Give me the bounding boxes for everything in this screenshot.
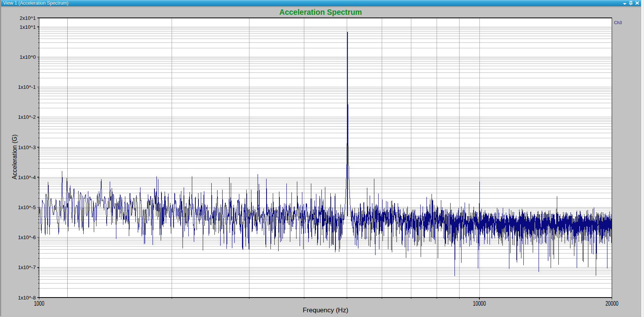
svg-text:Acceleration (G): Acceleration (G) (11, 134, 18, 180)
svg-text:10000: 10000 (473, 300, 486, 307)
svg-text:1000: 1000 (34, 300, 44, 307)
svg-text:1x10^-7: 1x10^-7 (18, 264, 36, 270)
svg-text:1x10^-6: 1x10^-6 (18, 234, 36, 240)
svg-text:Acceleration Spectrum: Acceleration Spectrum (279, 8, 362, 16)
svg-text:20000: 20000 (605, 300, 618, 307)
svg-text:1x10^-8: 1x10^-8 (18, 295, 36, 301)
svg-text:1x10^1: 1x10^1 (19, 24, 36, 30)
svg-text:Ch3: Ch3 (614, 20, 622, 25)
svg-text:1x10^0: 1x10^0 (19, 54, 36, 60)
svg-text:Frequency (Hz): Frequency (Hz) (303, 306, 348, 314)
svg-text:2x10^1: 2x10^1 (19, 15, 36, 21)
svg-text:1x10^-5: 1x10^-5 (18, 204, 36, 210)
svg-text:1x10^-2: 1x10^-2 (18, 114, 36, 120)
svg-text:1x10^-4: 1x10^-4 (18, 174, 36, 180)
svg-text:1x10^-1: 1x10^-1 (18, 84, 36, 90)
svg-text:1x10^-3: 1x10^-3 (18, 144, 36, 150)
